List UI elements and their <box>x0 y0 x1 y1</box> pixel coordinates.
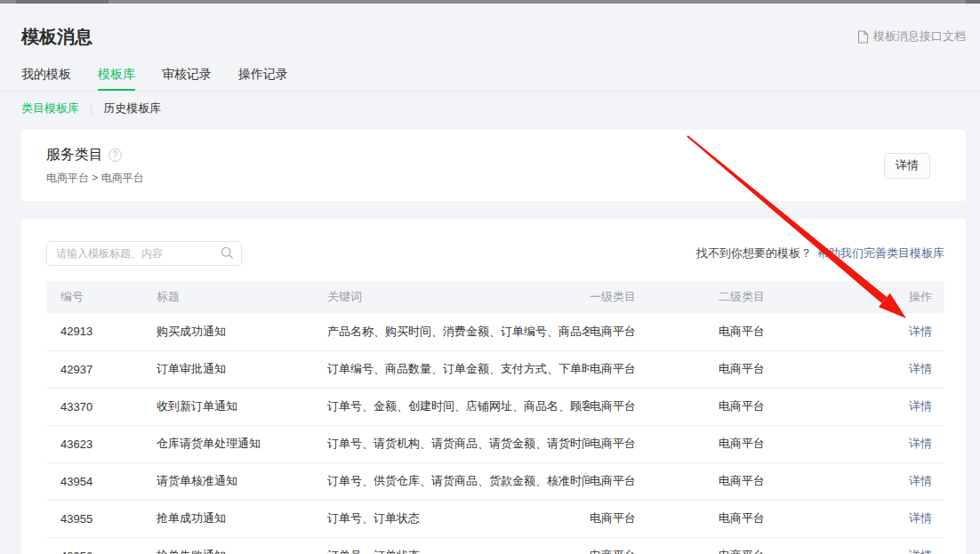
cell-keywords: 订单号、供货仓库、请货商品、货款金额、核准时间 <box>327 462 590 500</box>
cell-title: 抢单成功通知 <box>157 500 327 537</box>
cell-keywords: 产品名称、购买时间、消费金额、订单编号、商品名称、支... <box>327 313 590 350</box>
cell-action: 详情 <box>909 388 944 425</box>
cell-action: 详情 <box>909 537 944 554</box>
search-box <box>46 241 242 266</box>
table-row: 43955抢单成功通知订单号、订单状态电商平台电商平台详情 <box>46 500 944 537</box>
subtab-category-library[interactable]: 类目模板库 <box>21 100 79 116</box>
subtab-history-library[interactable]: 历史模板库 <box>103 100 161 116</box>
row-detail-link[interactable]: 详情 <box>909 399 932 413</box>
header-id: 编号 <box>46 281 157 313</box>
cell-title: 仓库请货单处理通知 <box>157 425 327 462</box>
cell-keywords: 订单号、订单状态 <box>327 500 590 537</box>
cell-keywords: 订单号、金额、创建时间、店铺网址、商品名、顾客、数量... <box>327 388 590 425</box>
cell-title: 订单审批通知 <box>157 350 327 388</box>
table-row: 42913购买成功通知产品名称、购买时间、消费金额、订单编号、商品名称、支...… <box>46 313 944 350</box>
cell-keywords: 订单号、请货机构、请货商品、请货金额、请货时间 <box>327 425 590 462</box>
cell-cat2: 电商平台 <box>719 425 909 462</box>
cell-cat1: 电商平台 <box>590 462 719 500</box>
table-row: 43623仓库请货单处理通知订单号、请货机构、请货商品、请货金额、请货时间电商平… <box>46 425 944 462</box>
header-keywords: 关键词 <box>327 281 590 313</box>
cell-keywords: 订单号、订单状态 <box>327 537 590 554</box>
cell-title: 抢单失败通知 <box>157 537 327 554</box>
template-table-card: 找不到你想要的模板？帮助我们完善类目模板库 编号 标题 关键词 一级类目 二级类… <box>21 219 966 554</box>
tab-bar: 我的模板 模板库 审核记录 操作记录 <box>0 49 980 92</box>
breadcrumb: 电商平台 > 电商平台 <box>46 171 144 186</box>
tab-review-records[interactable]: 审核记录 <box>162 67 212 91</box>
feedback-link[interactable]: 帮助我们完善类目模板库 <box>817 246 944 260</box>
header-action: 操作 <box>909 281 944 313</box>
cell-title: 购买成功通知 <box>157 313 327 350</box>
cell-action: 详情 <box>909 462 944 500</box>
table-row: 43954请货单核准通知订单号、供货仓库、请货商品、货款金额、核准时间电商平台电… <box>46 462 944 500</box>
cell-id: 43956 <box>46 537 157 554</box>
cell-cat2: 电商平台 <box>719 462 909 500</box>
table-header-row: 编号 标题 关键词 一级类目 二级类目 操作 <box>46 281 944 313</box>
cell-id: 43955 <box>46 500 157 537</box>
help-icon[interactable]: ? <box>108 149 122 162</box>
cell-keywords: 订单编号、商品数量、订单金额、支付方式、下单时间 <box>327 350 590 388</box>
table-row: 43370收到新订单通知订单号、金额、创建时间、店铺网址、商品名、顾客、数量..… <box>46 388 944 425</box>
cell-id: 42913 <box>46 313 157 350</box>
cell-cat2: 电商平台 <box>719 388 909 425</box>
table-row: 43956抢单失败通知订单号、订单状态电商平台电商平台详情 <box>46 537 944 554</box>
cell-id: 43370 <box>46 388 157 425</box>
cell-cat1: 电商平台 <box>590 388 719 425</box>
cell-cat1: 电商平台 <box>590 313 719 350</box>
header-cat1: 一级类目 <box>590 281 719 313</box>
subtab-divider: | <box>90 102 92 115</box>
row-detail-link[interactable]: 详情 <box>909 362 932 375</box>
category-detail-button[interactable]: 详情 <box>884 153 930 179</box>
page-title: 模板消息 <box>21 25 92 49</box>
table-row: 42937订单审批通知订单编号、商品数量、订单金额、支付方式、下单时间电商平台电… <box>46 350 944 388</box>
row-detail-link[interactable]: 详情 <box>909 549 932 554</box>
tab-my-templates[interactable]: 我的模板 <box>21 67 71 91</box>
cell-title: 收到新订单通知 <box>157 388 327 425</box>
cell-cat2: 电商平台 <box>719 500 909 537</box>
document-icon <box>857 30 869 44</box>
cell-cat2: 电商平台 <box>719 313 909 350</box>
cell-action: 详情 <box>909 500 944 537</box>
template-message-page: 模板消息 模板消息接口文档 我的模板 模板库 审核记录 操作记录 类目模板库 |… <box>0 4 980 554</box>
service-category-card: 服务类目 ? 电商平台 > 电商平台 详情 <box>21 130 966 201</box>
row-detail-link[interactable]: 详情 <box>909 474 932 487</box>
cell-cat1: 电商平台 <box>590 425 719 462</box>
search-input[interactable] <box>46 241 242 266</box>
cell-action: 详情 <box>909 425 944 462</box>
cell-cat2: 电商平台 <box>719 350 909 388</box>
api-doc-link[interactable]: 模板消息接口文档 <box>857 28 966 44</box>
cell-cat1: 电商平台 <box>590 500 719 537</box>
cell-cat1: 电商平台 <box>590 537 719 554</box>
api-doc-label: 模板消息接口文档 <box>873 28 966 44</box>
header-title: 标题 <box>157 281 327 313</box>
feedback-question: 找不到你想要的模板？ <box>696 246 812 260</box>
subtab-bar: 类目模板库 | 历史模板库 <box>0 92 980 116</box>
row-detail-link[interactable]: 详情 <box>909 511 932 525</box>
header-cat2: 二级类目 <box>719 281 909 313</box>
cell-cat2: 电商平台 <box>719 537 909 554</box>
template-table: 编号 标题 关键词 一级类目 二级类目 操作 42913购买成功通知产品名称、购… <box>46 281 944 554</box>
cell-id: 43623 <box>46 425 157 462</box>
cell-action: 详情 <box>909 313 944 350</box>
cell-title: 请货单核准通知 <box>157 462 327 500</box>
cell-id: 42937 <box>46 350 157 388</box>
row-detail-link[interactable]: 详情 <box>909 437 932 450</box>
tab-template-library[interactable]: 模板库 <box>98 67 135 91</box>
cell-action: 详情 <box>909 350 944 388</box>
service-category-title: 服务类目 <box>46 146 103 165</box>
cell-cat1: 电商平台 <box>590 350 719 388</box>
search-icon[interactable] <box>221 246 234 262</box>
cell-id: 43954 <box>46 462 157 500</box>
row-detail-link[interactable]: 详情 <box>909 325 932 338</box>
tab-operation-records[interactable]: 操作记录 <box>238 67 288 91</box>
